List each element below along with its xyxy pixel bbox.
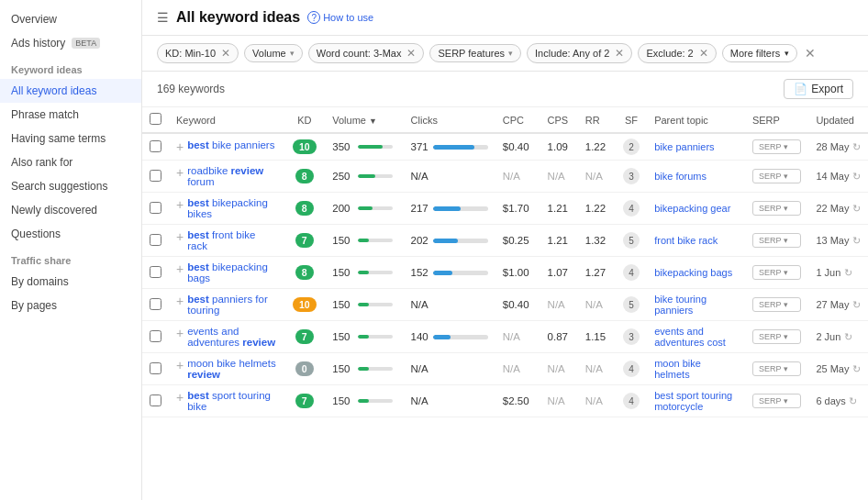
row-checkbox[interactable] [150, 140, 161, 152]
add-keyword-icon[interactable]: + [176, 197, 184, 212]
th-updated[interactable]: Updated [808, 107, 868, 133]
th-clicks[interactable]: Clicks [404, 107, 495, 133]
more-filters-button[interactable]: More filters▾ [722, 44, 797, 62]
sidebar-item-by-domains[interactable]: By domains [0, 270, 141, 294]
th-sf[interactable]: SF [616, 107, 647, 133]
filter-chip-volume[interactable]: Volume▾ [244, 44, 303, 62]
refresh-icon[interactable]: ↻ [852, 363, 861, 375]
row-checkbox[interactable] [150, 362, 161, 374]
serp-dropdown[interactable]: SERP ▾ [752, 394, 801, 408]
filter-chip-include[interactable]: Include: Any of 2✕ [527, 43, 632, 63]
updated-date: 2 Jun [816, 331, 840, 342]
keyword-link[interactable]: best front bike rack [187, 229, 276, 251]
parent-topic-link[interactable]: bikepacking bags [654, 267, 732, 278]
row-checkbox[interactable] [150, 234, 161, 246]
row-checkbox[interactable] [150, 170, 161, 182]
filter-chip-word_count[interactable]: Word count: 3-Max✕ [308, 43, 425, 63]
th-rr[interactable]: RR [578, 107, 616, 133]
refresh-icon[interactable]: ↻ [852, 235, 861, 247]
parent-topic-link[interactable]: best sport touring motorcycle [654, 390, 732, 412]
keyword-link[interactable]: best bikepacking bikes [187, 197, 276, 219]
sidebar-item-ads-history[interactable]: Ads history BETA [0, 31, 141, 55]
sidebar-item-also-rank-for[interactable]: Also rank for [0, 150, 141, 174]
row-checkbox[interactable] [150, 298, 161, 310]
add-keyword-icon[interactable]: + [176, 139, 184, 154]
th-cpc[interactable]: CPC [495, 107, 540, 133]
refresh-icon[interactable]: ↻ [844, 267, 852, 279]
sidebar-item-questions[interactable]: Questions [0, 222, 141, 246]
refresh-icon[interactable]: ↻ [852, 171, 861, 183]
refresh-icon[interactable]: ↻ [852, 299, 861, 311]
th-volume[interactable]: Volume ▼ [325, 107, 403, 133]
add-keyword-icon[interactable]: + [176, 294, 184, 308]
serp-dropdown[interactable]: SERP ▾ [752, 265, 801, 280]
add-keyword-icon[interactable]: + [176, 358, 184, 372]
keyword-link[interactable]: roadbike review forum [187, 165, 276, 187]
keyword-link[interactable]: events and adventures review [187, 326, 276, 348]
keyword-link[interactable]: best bike panniers [187, 139, 274, 150]
volume-bar [358, 367, 393, 371]
add-keyword-icon[interactable]: + [176, 261, 184, 276]
row-checkbox[interactable] [150, 202, 161, 214]
serp-dropdown[interactable]: SERP ▾ [752, 169, 801, 183]
th-keyword[interactable]: Keyword [169, 107, 284, 133]
th-serp[interactable]: SERP [745, 107, 808, 133]
sidebar-item-search-suggestions[interactable]: Search suggestions [0, 174, 141, 198]
sort-icon: ▼ [369, 117, 377, 126]
volume-bar [358, 303, 393, 306]
refresh-icon[interactable]: ↻ [844, 331, 852, 343]
serp-dropdown[interactable]: SERP ▾ [752, 361, 801, 376]
sidebar-item-phrase-match[interactable]: Phrase match [0, 103, 141, 127]
keyword-highlight: best [187, 229, 209, 240]
clear-all-button[interactable]: ✕ [805, 46, 816, 61]
serp-dropdown[interactable]: SERP ▾ [752, 201, 801, 216]
row-checkbox[interactable] [150, 330, 161, 342]
select-all-checkbox[interactable] [150, 113, 161, 125]
refresh-icon[interactable]: ↻ [852, 141, 861, 153]
serp-dropdown-arrow: ▾ [784, 364, 788, 373]
parent-topic-link[interactable]: bike forums [654, 171, 707, 182]
th-cps[interactable]: CPS [540, 107, 578, 133]
add-keyword-icon[interactable]: + [176, 229, 184, 244]
parent-topic-link[interactable]: front bike rack [654, 235, 718, 246]
sidebar-item-by-pages[interactable]: By pages [0, 294, 141, 317]
row-checkbox[interactable] [150, 394, 161, 406]
refresh-icon[interactable]: ↻ [849, 395, 857, 407]
filter-chip-serp_features[interactable]: SERP features▾ [429, 44, 521, 62]
serp-dropdown[interactable]: SERP ▾ [752, 139, 801, 154]
sidebar-item-overview[interactable]: Overview [0, 7, 141, 31]
keyword-link[interactable]: best sport touring bike [187, 390, 276, 412]
remove-filter-icon[interactable]: ✕ [406, 47, 416, 60]
remove-filter-icon[interactable]: ✕ [221, 47, 230, 60]
th-kd[interactable]: KD [284, 107, 325, 133]
help-link[interactable]: ? How to use [307, 11, 373, 24]
add-keyword-icon[interactable]: + [176, 390, 184, 405]
remove-filter-icon[interactable]: ✕ [699, 47, 708, 60]
sidebar-item-having-same-terms[interactable]: Having same terms [0, 127, 141, 150]
serp-dropdown[interactable]: SERP ▾ [752, 297, 801, 312]
export-button[interactable]: 📄 Export [784, 79, 853, 99]
sidebar-item-newly-discovered[interactable]: Newly discovered [0, 198, 141, 222]
volume-value: 150 [332, 267, 350, 278]
th-parent-topic[interactable]: Parent topic [647, 107, 745, 133]
filter-chip-kd[interactable]: KD: Min-10✕ [157, 43, 239, 63]
sidebar-item-all-keyword-ideas[interactable]: All keyword ideas [0, 79, 141, 103]
parent-topic-link[interactable]: bike panniers [654, 141, 714, 152]
parent-topic-link[interactable]: bikepacking gear [654, 203, 730, 214]
parent-topic-link[interactable]: events and adventures cost [654, 326, 726, 348]
parent-topic-link[interactable]: moon bike helmets [654, 358, 701, 380]
row-checkbox[interactable] [150, 266, 161, 278]
refresh-icon[interactable]: ↻ [852, 203, 861, 215]
serp-dropdown[interactable]: SERP ▾ [752, 233, 801, 248]
filters-bar: KD: Min-10✕Volume▾Word count: 3-Max✕SERP… [142, 36, 868, 72]
parent-topic-link[interactable]: bike touring panniers [654, 294, 707, 316]
keyword-link[interactable]: moon bike helmets review [187, 358, 276, 380]
menu-icon[interactable]: ☰ [157, 10, 169, 25]
keyword-link[interactable]: best bikepacking bags [187, 261, 276, 283]
add-keyword-icon[interactable]: + [176, 326, 184, 340]
keyword-link[interactable]: best panniers for touring [187, 294, 276, 316]
remove-filter-icon[interactable]: ✕ [615, 47, 624, 60]
add-keyword-icon[interactable]: + [176, 165, 184, 180]
filter-chip-exclude[interactable]: Exclude: 2✕ [638, 43, 716, 63]
serp-dropdown[interactable]: SERP ▾ [752, 329, 801, 344]
